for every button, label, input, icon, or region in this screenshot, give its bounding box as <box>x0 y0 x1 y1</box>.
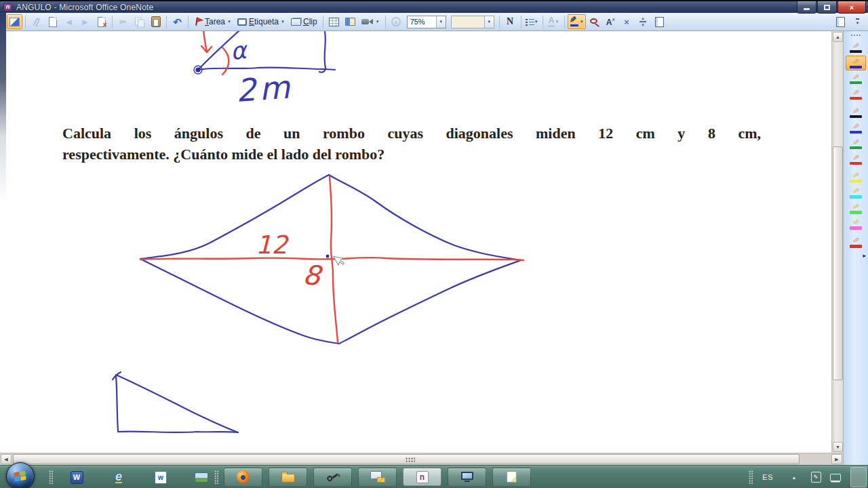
pen-button-blue-medium[interactable]: ✎ <box>846 121 866 136</box>
onenote-icon: n <box>416 471 429 483</box>
highlighter-button-pink[interactable]: ✎ <box>846 217 866 232</box>
zoom-combobox[interactable]: 75% ▼ <box>407 16 446 28</box>
horizontal-scroll-thumb[interactable] <box>13 454 800 464</box>
highlighter-button-yellow[interactable]: ✎ <box>846 170 866 185</box>
highlighter-button-green[interactable]: ✎ <box>846 201 866 216</box>
flag-icon <box>193 16 203 27</box>
windows-logo-icon <box>14 471 27 482</box>
pen-button-black-medium[interactable]: ✎ <box>846 105 866 120</box>
language-indicator[interactable]: ES <box>762 473 773 481</box>
paste-button[interactable] <box>148 14 163 29</box>
minimize-button[interactable] <box>797 1 816 14</box>
tray-tablet-icon[interactable]: ✎ <box>808 470 823 485</box>
taskbar-grip[interactable] <box>214 470 218 484</box>
pen-button-red-medium[interactable]: ✎ <box>846 152 866 167</box>
taskbar-button-mail[interactable] <box>358 468 397 486</box>
full-page-view-button[interactable] <box>7 14 22 29</box>
quicklaunch-word-document[interactable]: w <box>153 470 168 485</box>
quicklaunch-grip[interactable] <box>49 470 53 484</box>
scroll-down-button[interactable]: ▼ <box>833 442 843 452</box>
pen-button-green-medium[interactable]: ✎ <box>846 136 866 151</box>
font-dropdown-button[interactable]: ▼ <box>484 16 494 28</box>
highlighter-button-turquoise[interactable]: ✎ <box>846 186 866 201</box>
note-canvas[interactable]: Calcula los ángulos de un rombo cuyas di… <box>7 31 831 453</box>
scroll-up-button[interactable]: ▲ <box>833 32 843 42</box>
taskbar-button-firefox[interactable] <box>224 468 262 486</box>
minimize-icon <box>804 8 810 10</box>
research-button[interactable]: e <box>389 14 404 29</box>
taskbar-button-folder[interactable] <box>269 468 307 486</box>
copy-button[interactable] <box>132 14 147 29</box>
forward-button[interactable]: ▶ <box>77 14 93 29</box>
scroll-right-button[interactable]: ▶ <box>831 454 842 464</box>
new-page-button[interactable] <box>45 14 60 29</box>
chevron-down-icon: ▼ <box>439 20 443 24</box>
pen-button-red-marker[interactable]: ✎ <box>846 235 866 250</box>
delete-page-button[interactable]: × <box>94 14 109 29</box>
notepad-icon <box>507 471 517 483</box>
tag-button[interactable]: Etiqueta ▼ <box>235 14 288 29</box>
pen-button-red-fine[interactable]: ✎ <box>846 87 866 102</box>
format-button[interactable]: Ax <box>603 14 618 29</box>
maximize-button[interactable] <box>817 1 837 14</box>
tray-expand-button[interactable]: ▲ <box>788 472 800 483</box>
taskbar-button-display[interactable] <box>448 468 486 486</box>
pen-button-green-fine[interactable]: ✎ <box>846 71 866 86</box>
cut-button[interactable]: ✂ <box>115 14 131 29</box>
mouse-cursor <box>332 255 344 268</box>
pen-toolbar-expand-button[interactable]: ▸ <box>846 252 866 259</box>
clock-panel[interactable] <box>850 467 867 487</box>
notebook-list-button[interactable] <box>833 14 848 29</box>
toolbar-separator <box>499 16 500 28</box>
back-button[interactable]: ◀ <box>61 14 77 29</box>
close-button[interactable]: × <box>837 1 866 14</box>
horizontal-scrollbar[interactable]: ◀ ▶ <box>0 453 843 465</box>
taskbar-button-onenote[interactable]: n <box>403 468 441 486</box>
lasso-button[interactable] <box>587 14 602 29</box>
clip-button[interactable]: Clip <box>288 14 320 29</box>
quicklaunch-show-desktop[interactable] <box>194 470 209 485</box>
pen-button-black-fine[interactable]: ✎ <box>846 40 866 55</box>
titlebar[interactable]: n ANGULO - Microsoft Office OneNote × <box>0 1 868 13</box>
toolbar-overflow-button[interactable]: ▼ <box>850 14 865 29</box>
lasso-icon <box>589 17 599 26</box>
highlighter-icon: ✎ <box>852 187 859 195</box>
quicklaunch-word[interactable]: W <box>69 470 84 485</box>
split-button[interactable]: ▲▼ <box>635 14 651 29</box>
taskbar-button-notes[interactable] <box>492 468 531 486</box>
tray-grip[interactable] <box>749 470 753 484</box>
quicklaunch-internet-explorer[interactable]: e <box>111 470 126 485</box>
right-arrow-icon: ▶ <box>835 457 838 462</box>
tray-display-icon[interactable] <box>828 470 843 485</box>
internet-explorer-icon: e <box>115 471 122 483</box>
tag-icon <box>237 18 247 26</box>
pen-button-blue-fine[interactable]: ✎ <box>846 56 866 70</box>
insert-button[interactable] <box>342 14 358 29</box>
font-color-button[interactable]: A▼ <box>546 14 561 29</box>
font-combobox[interactable]: ▼ <box>451 16 494 28</box>
pencil-icon: ✎ <box>852 58 859 65</box>
forward-icon: ▶ <box>82 18 87 26</box>
pen-icon: ✎ <box>570 16 580 27</box>
bold-button[interactable]: N <box>502 14 518 29</box>
pen-toolbar-grip[interactable] <box>850 34 861 37</box>
pin-button[interactable] <box>28 14 44 29</box>
table-button[interactable] <box>326 14 342 29</box>
toolbar-options-icon: ▼ <box>856 18 860 25</box>
screen-clipping-button[interactable]: ▼ <box>359 14 382 29</box>
task-flag-button[interactable]: Tarea ▼ <box>191 14 234 29</box>
undo-button[interactable]: ↶ <box>170 14 185 29</box>
vertical-scroll-thumb[interactable] <box>833 146 843 380</box>
word-document-icon: w <box>155 471 167 484</box>
delete-button[interactable]: × <box>619 14 635 29</box>
pen-mode-button[interactable]: ✎ ▼ <box>568 14 586 29</box>
bullets-button[interactable]: ▼ <box>524 14 540 29</box>
up-arrow-icon: ▲ <box>835 35 840 39</box>
start-button[interactable] <box>6 462 35 488</box>
taskbar-button-key[interactable] <box>313 468 352 486</box>
scroll-left-button[interactable]: ◀ <box>1 454 12 464</box>
vertical-scrollbar[interactable]: ▲ ▼ <box>831 31 843 453</box>
pencil-icon: ✎ <box>852 123 859 130</box>
zoom-dropdown-button[interactable]: ▼ <box>436 16 446 28</box>
notebook-button[interactable] <box>652 14 667 29</box>
